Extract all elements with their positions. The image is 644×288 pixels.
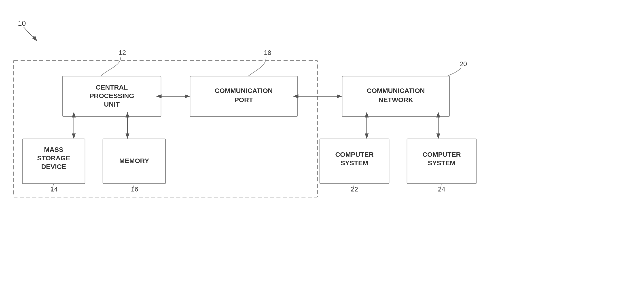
- cpu-label3: UNIT: [104, 101, 120, 108]
- mass-storage-label3: DEVICE: [41, 163, 66, 170]
- comm-port-label1: COMMUNICATION: [215, 87, 272, 94]
- diagram-container: 10 12 18 20 CENTRAL PROCESSING UNIT MASS…: [0, 0, 644, 288]
- comm-port-label2: PORT: [234, 96, 253, 103]
- comm-network-label1: COMMUNICATION: [367, 87, 425, 94]
- ref-16: 16: [131, 185, 138, 193]
- ref-22: 22: [350, 185, 358, 193]
- mass-storage-label1: MASS: [44, 146, 64, 153]
- ref-18: 18: [264, 49, 271, 56]
- cpu-label2: PROCESSING: [90, 92, 134, 99]
- cpu-label: CENTRAL: [96, 84, 128, 91]
- ref-14: 14: [50, 185, 58, 193]
- ref-24: 24: [438, 185, 445, 193]
- svg-line-2: [24, 27, 35, 39]
- ref-10: 10: [18, 19, 26, 27]
- memory-label: MEMORY: [119, 157, 149, 164]
- comm-network-label2: NETWORK: [378, 96, 413, 103]
- computer-system-1-label2: SYSTEM: [340, 159, 368, 167]
- computer-system-1-label1: COMPUTER: [335, 151, 374, 158]
- computer-system-2-label1: COMPUTER: [422, 151, 461, 158]
- ref-20: 20: [460, 60, 467, 67]
- ref-12: 12: [118, 49, 126, 56]
- computer-system-2-label2: SYSTEM: [428, 159, 455, 167]
- svg-line-3: [33, 36, 37, 41]
- diagram-svg: 10 12 18 20 CENTRAL PROCESSING UNIT MASS…: [0, 0, 644, 288]
- mass-storage-label2: STORAGE: [37, 154, 70, 162]
